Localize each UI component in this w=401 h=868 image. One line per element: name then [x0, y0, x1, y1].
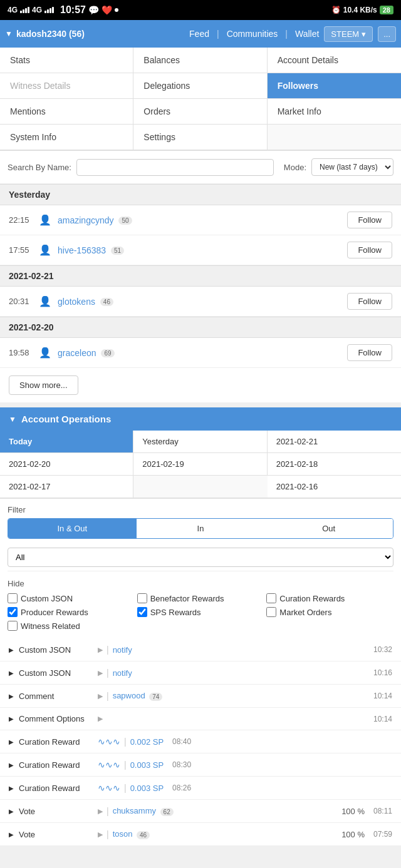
- checkbox-sps-rewards[interactable]: [137, 607, 147, 617]
- follow-button-amazingcyndy[interactable]: Follow: [347, 212, 392, 228]
- op-expand-9[interactable]: ▶: [9, 831, 15, 838]
- op-expand-4[interactable]: ▶: [9, 715, 15, 722]
- hide-market-orders[interactable]: Market Orders: [266, 607, 393, 617]
- op-detail-6: 0.003 SP: [130, 760, 164, 770]
- wallet-link[interactable]: Wallet: [295, 29, 319, 39]
- menu-orders[interactable]: Orders: [133, 99, 267, 125]
- username-label: kadosh2340 (56): [16, 29, 85, 39]
- menu-mentions[interactable]: Mentions: [0, 99, 133, 125]
- sep1: |: [217, 29, 219, 39]
- op-expand-2[interactable]: ▶: [9, 670, 15, 677]
- op-type-5: Curation Reward: [19, 737, 94, 747]
- menu-delegations[interactable]: Delegations: [133, 73, 267, 99]
- hide-witness-related[interactable]: Witness Related: [8, 621, 135, 631]
- date-today[interactable]: Today: [0, 431, 133, 453]
- checkbox-market-orders[interactable]: [266, 607, 276, 617]
- menu-settings[interactable]: Settings: [133, 125, 267, 150]
- steem-button[interactable]: STEEM ▾: [324, 26, 373, 42]
- date-20210216[interactable]: 2021-02-16: [268, 476, 401, 498]
- filter-tab-inout[interactable]: In & Out: [8, 519, 137, 538]
- op-expand-6[interactable]: ▶: [9, 762, 15, 768]
- op-percent-8: 100 %: [341, 807, 365, 816]
- dropdown-arrow[interactable]: ▼: [5, 29, 13, 38]
- op-play-4[interactable]: ▶: [98, 715, 103, 723]
- feed-link[interactable]: Feed: [189, 29, 209, 39]
- menu-market-info[interactable]: Market Info: [268, 99, 401, 125]
- op-time-1: 10:32: [368, 645, 392, 654]
- menu-system-info[interactable]: System Info: [0, 125, 133, 150]
- follower-name-amazingcyndy[interactable]: amazingcyndy 50: [58, 215, 341, 225]
- steem-logo-2: ∿∿∿: [98, 760, 120, 770]
- menu-stats[interactable]: Stats: [0, 48, 133, 73]
- label-custom-json: Custom JSON: [21, 594, 73, 603]
- op-play-1[interactable]: ▶: [98, 646, 103, 654]
- follow-button-hive156383[interactable]: Follow: [347, 242, 392, 258]
- hide-sps-rewards[interactable]: SPS Rewards: [137, 607, 264, 617]
- op-play-2[interactable]: ▶: [98, 669, 103, 677]
- hide-custom-json[interactable]: Custom JSON: [8, 593, 135, 603]
- filter-section: Filter In & Out In Out All: [0, 499, 401, 574]
- hide-curation-rewards[interactable]: Curation Rewards: [266, 593, 393, 603]
- checkbox-custom-json[interactable]: [8, 593, 18, 603]
- follower-row-hive156383: 17:55 👤 hive-156383 51 Follow: [0, 235, 401, 265]
- badge-chuksammy: 62: [160, 808, 174, 816]
- op-divider-7: |: [124, 783, 127, 793]
- date-20210221[interactable]: 2021-02-21: [268, 431, 401, 453]
- menu-witness-details[interactable]: Witness Details: [0, 73, 133, 99]
- op-detail-3: sapwood 74: [113, 691, 365, 700]
- more-button[interactable]: ...: [378, 26, 396, 42]
- filter-select[interactable]: All: [8, 548, 393, 567]
- label-market-orders: Market Orders: [279, 608, 331, 617]
- follower-name-hive156383[interactable]: hive-156383 51: [58, 245, 341, 255]
- bar4: [28, 7, 29, 13]
- follow-button-graceleon[interactable]: Follow: [347, 344, 392, 361]
- checkbox-curation-rewards[interactable]: [266, 593, 276, 603]
- checkbox-producer-rewards[interactable]: [8, 607, 18, 617]
- op-expand-5[interactable]: ▶: [9, 738, 15, 745]
- search-input[interactable]: [76, 159, 274, 176]
- op-type-4: Comment Options: [19, 714, 94, 723]
- follower-row-amazingcyndy: 22:15 👤 amazingcyndy 50 Follow: [0, 205, 401, 235]
- op-play-3[interactable]: ▶: [98, 692, 103, 700]
- filter-tab-out[interactable]: Out: [264, 519, 393, 538]
- date-yesterday[interactable]: Yesterday: [133, 431, 267, 453]
- menu-account-details[interactable]: Account Details: [268, 48, 401, 73]
- checkbox-witness-related[interactable]: [8, 621, 18, 631]
- filter-tab-in[interactable]: In: [137, 519, 265, 538]
- hide-section: Hide Custom JSON Benefactor Rewards Cura…: [0, 574, 401, 638]
- op-play-8[interactable]: ▶: [98, 807, 103, 815]
- show-more-button[interactable]: Show more...: [9, 375, 78, 395]
- op-time-2: 10:16: [368, 668, 392, 677]
- date-20210220[interactable]: 2021-02-20: [0, 453, 133, 476]
- op-play-9[interactable]: ▶: [98, 830, 103, 839]
- status-right: ⏰ 10.4 KB/s 28: [331, 6, 393, 14]
- hide-producer-rewards[interactable]: Producer Rewards: [8, 607, 135, 617]
- steem-logo-3: ∿∿∿: [98, 783, 120, 793]
- badge-graceleon: 69: [101, 349, 114, 357]
- op-expand-3[interactable]: ▶: [9, 693, 15, 700]
- date-20210217[interactable]: 2021-02-17: [0, 476, 133, 498]
- op-row-comment-options: ▶ Comment Options ▶ 10:14: [0, 708, 401, 730]
- op-expand-8[interactable]: ▶: [9, 808, 15, 815]
- checkbox-benefactor-rewards[interactable]: [137, 593, 147, 603]
- communities-link[interactable]: Communities: [227, 29, 278, 39]
- op-expand-7[interactable]: ▶: [9, 785, 15, 792]
- mode-label: Mode:: [284, 163, 306, 172]
- op-divider-9: |: [107, 829, 109, 839]
- badge-toson: 46: [137, 831, 150, 839]
- nav-links: Feed | Communities | Wallet: [189, 29, 319, 39]
- mode-select[interactable]: New (last 7 days): [311, 158, 393, 176]
- op-type-6: Curation Reward: [19, 760, 94, 770]
- follow-button-glotokens[interactable]: Follow: [347, 293, 392, 310]
- hide-benefactor-rewards[interactable]: Benefactor Rewards: [137, 593, 264, 603]
- menu-followers[interactable]: Followers: [268, 73, 401, 99]
- op-expand-1[interactable]: ▶: [9, 646, 15, 653]
- date-20210218[interactable]: 2021-02-18: [268, 453, 401, 476]
- menu-balances[interactable]: Balances: [133, 48, 267, 73]
- op-divider-5: |: [124, 737, 127, 747]
- follower-name-glotokens[interactable]: glotokens 46: [58, 297, 341, 307]
- op-row-vote-1: ▶ Vote ▶ | chuksammy 62 100 % 08:11: [0, 800, 401, 823]
- menu-empty: [268, 125, 401, 150]
- date-20210219[interactable]: 2021-02-19: [133, 453, 267, 476]
- follower-name-graceleon[interactable]: graceleon 69: [58, 348, 341, 358]
